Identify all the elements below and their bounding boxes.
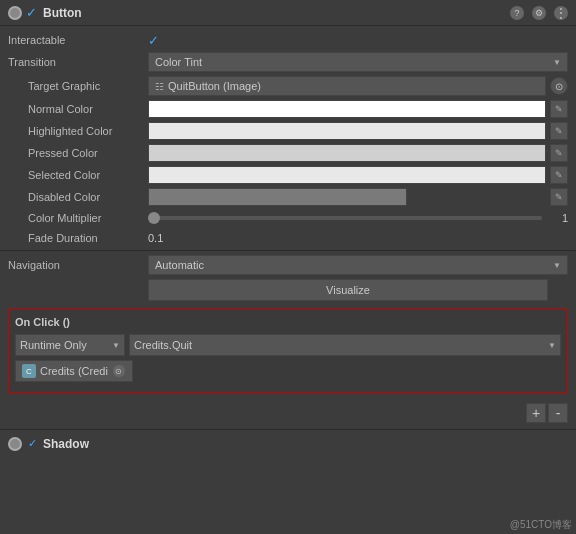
- help-icon[interactable]: ?: [510, 6, 524, 20]
- pressed-color-bar: [148, 144, 546, 162]
- fade-duration-row: Fade Duration 0.1: [0, 228, 576, 248]
- color-multiplier-slider-value: 1: [548, 212, 568, 224]
- target-graphic-icon: ☷: [155, 81, 164, 92]
- interactable-row: Interactable ✓: [0, 30, 576, 50]
- interactable-check[interactable]: ✓: [148, 33, 159, 48]
- transition-arrow: ▼: [553, 58, 561, 67]
- disabled-color-edit-btn[interactable]: ✎: [550, 188, 568, 206]
- normal-color-edit-btn[interactable]: ✎: [550, 100, 568, 118]
- color-multiplier-slider-row: 1: [148, 212, 568, 224]
- pressed-color-row: Pressed Color ✎: [0, 142, 576, 164]
- transition-value: Color Tint ▼: [148, 52, 568, 72]
- navigation-dropdown[interactable]: Automatic ▼: [148, 255, 568, 275]
- settings-icon[interactable]: ⚙: [532, 6, 546, 20]
- target-graphic-label: Target Graphic: [8, 80, 148, 92]
- normal-color-label: Normal Color: [8, 103, 148, 115]
- credits-ref-field[interactable]: C Credits (Credi ⊙: [15, 360, 133, 382]
- shadow-icon: [8, 437, 22, 451]
- highlighted-color-label: Highlighted Color: [8, 125, 148, 137]
- color-multiplier-slider-thumb[interactable]: [148, 212, 160, 224]
- disabled-color-value: ✎: [148, 188, 568, 206]
- fade-duration-value: 0.1: [148, 232, 568, 244]
- credits-dot-btn[interactable]: ⊙: [112, 364, 126, 378]
- function-dropdown-arrow: ▼: [548, 341, 556, 350]
- highlighted-color-value: ✎: [148, 122, 568, 140]
- transition-row: Transition Color Tint ▼: [0, 50, 576, 74]
- highlighted-color-edit-btn[interactable]: ✎: [550, 122, 568, 140]
- pressed-color-field-row: ✎: [148, 144, 568, 162]
- remove-button[interactable]: -: [548, 403, 568, 423]
- disabled-color-bar-wrap[interactable]: [148, 188, 546, 206]
- target-graphic-text: QuitButton (Image): [168, 80, 261, 92]
- target-graphic-field[interactable]: ☷ QuitButton (Image): [148, 76, 546, 96]
- pressed-color-bar-wrap[interactable]: [148, 144, 546, 162]
- color-multiplier-value: 1: [148, 212, 568, 224]
- fade-duration-text: 0.1: [148, 232, 163, 244]
- interactable-label: Interactable: [8, 34, 148, 46]
- pressed-color-label: Pressed Color: [8, 147, 148, 159]
- target-graphic-value: ☷ QuitButton (Image) ⊙: [148, 76, 568, 96]
- normal-color-value: ✎: [148, 100, 568, 118]
- disabled-color-label: Disabled Color: [8, 191, 148, 203]
- shadow-title: Shadow: [43, 437, 89, 451]
- selected-color-value: ✎: [148, 166, 568, 184]
- pressed-color-value: ✎: [148, 144, 568, 162]
- selected-color-field-row: ✎: [148, 166, 568, 184]
- transition-dropdown[interactable]: Color Tint ▼: [148, 52, 568, 72]
- onclick-ref-row: C Credits (Credi ⊙: [15, 360, 561, 382]
- normal-color-row: Normal Color ✎: [0, 98, 576, 120]
- interactable-value: ✓: [148, 33, 568, 48]
- function-dropdown[interactable]: Credits.Quit ▼: [129, 334, 561, 356]
- transition-label: Transition: [8, 56, 148, 68]
- runtime-dropdown-arrow: ▼: [112, 341, 120, 350]
- fade-duration-label: Fade Duration: [8, 232, 148, 244]
- highlighted-color-field-row: ✎: [148, 122, 568, 140]
- selected-color-row: Selected Color ✎: [0, 164, 576, 186]
- highlighted-color-bar-wrap[interactable]: [148, 122, 546, 140]
- selected-color-label: Selected Color: [8, 169, 148, 181]
- normal-color-field-row: ✎: [148, 100, 568, 118]
- runtime-dropdown[interactable]: Runtime Only ▼: [15, 334, 125, 356]
- component-icon: [8, 6, 22, 20]
- navigation-row: Navigation Automatic ▼: [0, 253, 576, 277]
- normal-color-bar: [148, 100, 546, 118]
- selected-color-edit-btn[interactable]: ✎: [550, 166, 568, 184]
- onclick-controls-row: Runtime Only ▼ Credits.Quit ▼: [15, 334, 561, 356]
- pressed-color-edit-btn[interactable]: ✎: [550, 144, 568, 162]
- navigation-label: Navigation: [8, 259, 148, 271]
- target-graphic-row: Target Graphic ☷ QuitButton (Image) ⊙: [0, 74, 576, 98]
- disabled-color-bar: [148, 188, 407, 206]
- navigation-value: Automatic ▼: [148, 255, 568, 275]
- component-header: ✓ Button ? ⚙ ⋮: [0, 0, 576, 26]
- color-multiplier-slider-track[interactable]: [148, 216, 542, 220]
- color-multiplier-label: Color Multiplier: [8, 212, 148, 224]
- onclick-section: On Click () Runtime Only ▼ Credits.Quit …: [8, 309, 568, 393]
- add-button[interactable]: +: [526, 403, 546, 423]
- navigation-arrow: ▼: [553, 261, 561, 270]
- color-multiplier-row: Color Multiplier 1: [0, 208, 576, 228]
- shadow-toggle[interactable]: ✓: [28, 437, 37, 450]
- header-actions: ? ⚙ ⋮: [510, 6, 568, 20]
- selected-color-bar-wrap[interactable]: [148, 166, 546, 184]
- header-icons: ✓: [8, 5, 37, 20]
- target-graphic-dot-btn[interactable]: ⊙: [550, 77, 568, 95]
- watermark: @51CTO博客: [510, 518, 572, 532]
- visualize-button[interactable]: Visualize: [148, 279, 548, 301]
- toggle-checkbox[interactable]: ✓: [26, 5, 37, 20]
- onclick-title: On Click (): [15, 316, 561, 328]
- component-body: Interactable ✓ Transition Color Tint ▼ T…: [0, 26, 576, 429]
- divider-1: [0, 250, 576, 251]
- target-graphic-field-row: ☷ QuitButton (Image) ⊙: [148, 76, 568, 96]
- shadow-footer: ✓ Shadow: [0, 429, 576, 457]
- selected-color-bar: [148, 166, 546, 184]
- credits-ref-text: Credits (Credi: [40, 365, 108, 377]
- disabled-color-field-row: ✎: [148, 188, 568, 206]
- plus-minus-row: + -: [0, 399, 576, 425]
- highlighted-color-row: Highlighted Color ✎: [0, 120, 576, 142]
- visualize-row: Visualize: [0, 277, 576, 303]
- normal-color-bar-wrap[interactable]: [148, 100, 546, 118]
- component-title: Button: [43, 6, 82, 20]
- highlighted-color-bar: [148, 122, 546, 140]
- menu-icon[interactable]: ⋮: [554, 6, 568, 20]
- disabled-color-row: Disabled Color ✎: [0, 186, 576, 208]
